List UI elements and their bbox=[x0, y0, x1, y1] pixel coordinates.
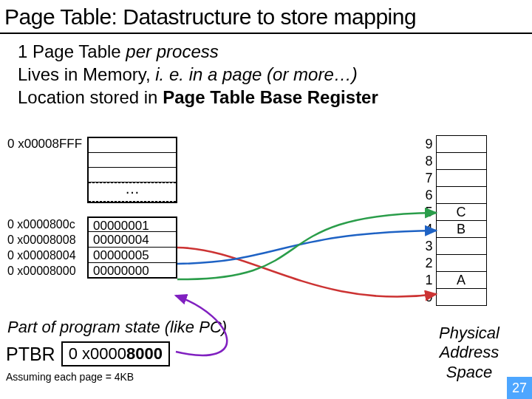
arrow-to-c bbox=[177, 213, 436, 279]
phys-page-cell bbox=[436, 289, 486, 306]
bullet-3a: Location stored in bbox=[18, 87, 163, 107]
phys-page-cell bbox=[436, 255, 486, 272]
ptbr-label: PTBR bbox=[6, 344, 55, 365]
ptbr-value-suffix: 8000 bbox=[126, 344, 163, 363]
bullet-2b: i. e. in a page (or more…) bbox=[155, 64, 357, 84]
state-caption: Part of program state (like PC) bbox=[7, 318, 227, 337]
phys-page-num: 1 bbox=[420, 272, 436, 289]
phys-page-num: 3 bbox=[420, 238, 436, 255]
physical-memory-diagram: 9 8 7 6 5C 4B 3 2 1A 0 bbox=[420, 135, 487, 306]
bullet-1b: per process bbox=[126, 41, 218, 61]
arrow-to-b bbox=[177, 231, 436, 264]
phys-page-num: 8 bbox=[420, 153, 436, 170]
physical-caption: Physical Address Space bbox=[421, 324, 517, 382]
phys-page-num: 4 bbox=[420, 221, 436, 238]
bullet-3: Location stored in Page Table Base Regis… bbox=[18, 86, 528, 109]
phys-page-num: 2 bbox=[420, 255, 436, 272]
pt-upper-rows: … bbox=[87, 137, 177, 203]
bullet-1a: 1 Page Table bbox=[18, 41, 126, 61]
pt-entries: 0 x0000800c 00000001 0 x00008008 0000000… bbox=[7, 216, 192, 279]
phys-page-num: 9 bbox=[420, 136, 436, 153]
pt-entry-val: 00000005 bbox=[87, 248, 177, 263]
pt-entry-addr: 0 x00008004 bbox=[7, 249, 87, 262]
phys-page-cell bbox=[436, 136, 486, 153]
bullet-3b: Page Table Base Register bbox=[163, 87, 378, 107]
phys-page-cell bbox=[436, 187, 486, 204]
bullet-2a: Lives in Memory, bbox=[18, 64, 155, 84]
pt-entry-addr: 0 x00008000 bbox=[7, 265, 87, 278]
pt-entry-addr: 0 x0000800c bbox=[7, 218, 87, 231]
pt-entry: 0 x00008000 00000000 bbox=[7, 263, 192, 279]
phys-page-num: 5 bbox=[420, 204, 436, 221]
pt-entry: 0 x00008004 00000005 bbox=[7, 248, 192, 263]
page-table-diagram: 0 x00008FFF … 0 x0000800c 00000001 0 x00… bbox=[7, 137, 192, 279]
phys-page-num: 0 bbox=[420, 289, 436, 306]
phys-page-cell: A bbox=[436, 272, 486, 289]
pt-entry-val: 00000004 bbox=[87, 232, 177, 248]
phys-page-cell: C bbox=[436, 204, 486, 221]
phys-page-cell: B bbox=[436, 221, 486, 238]
ptbr-box: 0 x00008000 bbox=[61, 341, 170, 366]
phys-page-num: 7 bbox=[420, 170, 436, 187]
assumption-note: Assuming each page = 4KB bbox=[6, 371, 134, 383]
pt-entry-val: 00000000 bbox=[87, 263, 177, 279]
pt-entry-val: 00000001 bbox=[87, 216, 177, 232]
ptbr-value-prefix: 0 x0000 bbox=[69, 344, 126, 363]
slide-title: Page Table: Datastructure to store mappi… bbox=[0, 0, 532, 34]
pt-entry: 0 x00008008 00000004 bbox=[7, 232, 192, 248]
physical-memory-table: 9 8 7 6 5C 4B 3 2 1A 0 bbox=[420, 135, 487, 306]
arrow-to-a bbox=[177, 248, 436, 297]
ptbr-row: PTBR 0 x00008000 bbox=[6, 341, 170, 366]
bullet-1: 1 Page Table per process bbox=[18, 40, 528, 63]
pt-entry: 0 x0000800c 00000001 bbox=[7, 216, 192, 232]
pt-top-address: 0 x00008FFF bbox=[7, 137, 87, 151]
slide-number-badge: 27 bbox=[507, 377, 532, 399]
phys-page-cell bbox=[436, 238, 486, 255]
bullet-list: 1 Page Table per process Lives in Memory… bbox=[0, 34, 532, 109]
pt-dots: … bbox=[89, 183, 176, 202]
phys-page-cell bbox=[436, 170, 486, 187]
pt-entry-addr: 0 x00008008 bbox=[7, 233, 87, 247]
bullet-2: Lives in Memory, i. e. in a page (or mor… bbox=[18, 63, 528, 86]
phys-page-cell bbox=[436, 153, 486, 170]
phys-page-num: 6 bbox=[420, 187, 436, 204]
